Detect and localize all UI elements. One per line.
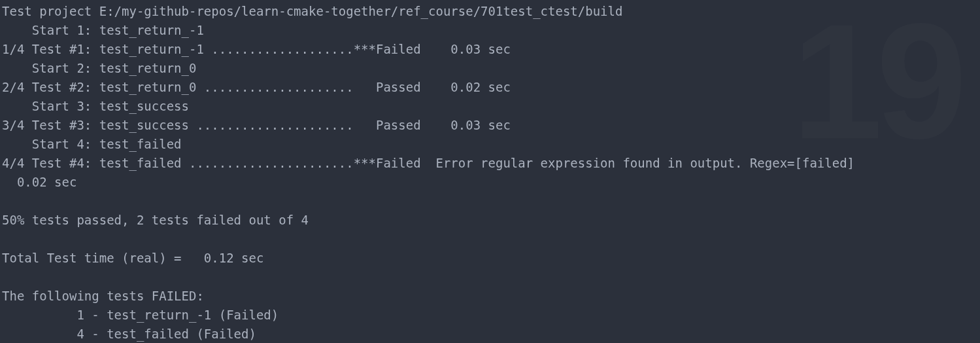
test-start-line: Start 3: test_success xyxy=(2,99,189,113)
summary-line: 50% tests passed, 2 tests failed out of … xyxy=(2,213,309,227)
test-result-line: 4/4 Test #4: test_failed ...............… xyxy=(2,156,854,189)
test-result-line: 1/4 Test #1: test_return_-1 ............… xyxy=(2,42,511,56)
failed-header-line: The following tests FAILED: xyxy=(2,289,204,303)
failed-test-line: 4 - test_failed (Failed) xyxy=(2,327,256,341)
test-start-line: Start 4: test_failed xyxy=(2,137,182,151)
terminal-output: Test project E:/my-github-repos/learn-cm… xyxy=(0,0,980,343)
test-result-line: 2/4 Test #2: test_return_0 .............… xyxy=(2,80,511,94)
failed-test-line: 1 - test_return_-1 (Failed) xyxy=(2,308,279,322)
test-result-line: 3/4 Test #3: test_success ..............… xyxy=(2,118,511,132)
total-time-line: Total Test time (real) = 0.12 sec xyxy=(2,251,263,265)
test-start-line: Start 2: test_return_0 xyxy=(2,61,196,75)
test-start-line: Start 1: test_return_-1 xyxy=(2,23,204,37)
project-header-line: Test project E:/my-github-repos/learn-cm… xyxy=(2,4,622,18)
